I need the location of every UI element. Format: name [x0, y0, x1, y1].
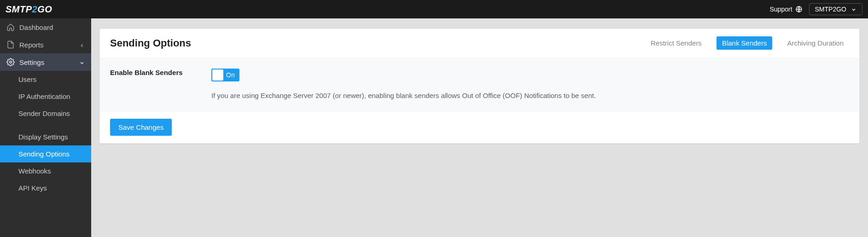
toggle-knob [212, 69, 223, 81]
sidebar-item-ip-auth[interactable]: IP Authentication [0, 88, 91, 105]
tab-blank-senders[interactable]: Blank Senders [717, 36, 773, 50]
chevron-left-icon [79, 42, 85, 47]
logo-post: GO [37, 4, 52, 15]
sidebar: Dashboard Reports Settings Users IP Auth… [0, 18, 91, 237]
tabs: Restrict Senders Blank Senders Archiving… [645, 36, 849, 50]
sidebar-item-reports[interactable]: Reports [0, 36, 91, 53]
account-name: SMTP2GO [815, 6, 846, 13]
save-button[interactable]: Save Changes [110, 119, 172, 136]
home-icon [6, 23, 15, 31]
toggle-state: On [223, 71, 239, 79]
sidebar-item-users[interactable]: Users [0, 71, 91, 88]
sidebar-label-users: Users [18, 75, 36, 83]
logo[interactable]: SMTP2GO [6, 4, 52, 15]
sidebar-label-api-keys: API Keys [18, 184, 47, 192]
setting-body: On If you are using Exchange Server 2007… [211, 69, 849, 101]
page-title: Sending Options [110, 37, 191, 49]
support-label: Support [769, 6, 792, 13]
chevron-down-icon [851, 6, 856, 12]
sidebar-label-display-settings: Display Settings [18, 133, 68, 141]
sidebar-label-reports: Reports [19, 41, 44, 49]
chevron-down-icon [79, 59, 85, 65]
setting-enable-blank-senders: Enable Blank Senders On If you are using… [100, 58, 859, 111]
sidebar-gap [0, 122, 91, 128]
sidebar-item-sender-domains[interactable]: Sender Domains [0, 105, 91, 122]
topbar-right: Support SMTP2GO [769, 3, 862, 15]
logo-accent: 2 [32, 4, 38, 15]
sidebar-item-api-keys[interactable]: API Keys [0, 179, 91, 197]
sidebar-item-display-settings[interactable]: Display Settings [0, 128, 91, 145]
tab-archiving-duration[interactable]: Archiving Duration [781, 36, 849, 50]
card-header: Sending Options Restrict Senders Blank S… [100, 29, 859, 58]
topbar: SMTP2GO Support SMTP2GO [0, 0, 868, 18]
settings-card: Sending Options Restrict Senders Blank S… [99, 29, 860, 144]
support-link[interactable]: Support [769, 6, 802, 13]
main-content: Sending Options Restrict Senders Blank S… [91, 18, 868, 237]
sidebar-label-ip-auth: IP Authentication [18, 92, 70, 100]
sidebar-label-sender-domains: Sender Domains [18, 110, 70, 117]
card-footer: Save Changes [100, 111, 859, 143]
toggle-enable-blank-senders[interactable]: On [211, 69, 239, 81]
setting-label: Enable Blank Senders [110, 69, 202, 101]
svg-point-1 [10, 61, 12, 64]
sidebar-label-webhooks: Webhooks [18, 167, 51, 175]
sidebar-item-settings[interactable]: Settings [0, 53, 91, 71]
sidebar-item-webhooks[interactable]: Webhooks [0, 162, 91, 179]
gear-icon [6, 58, 15, 66]
sidebar-label-sending-options: Sending Options [18, 150, 70, 158]
account-dropdown[interactable]: SMTP2GO [809, 3, 862, 15]
sidebar-item-dashboard[interactable]: Dashboard [0, 18, 91, 36]
logo-pre: SMTP [6, 4, 32, 15]
globe-icon [795, 6, 803, 13]
sidebar-label-settings: Settings [19, 58, 44, 66]
help-text: If you are using Exchange Server 2007 (o… [211, 91, 849, 101]
tab-restrict-senders[interactable]: Restrict Senders [645, 36, 707, 50]
sidebar-item-sending-options[interactable]: Sending Options [0, 145, 91, 162]
sidebar-label-dashboard: Dashboard [19, 23, 53, 31]
document-icon [6, 40, 15, 49]
